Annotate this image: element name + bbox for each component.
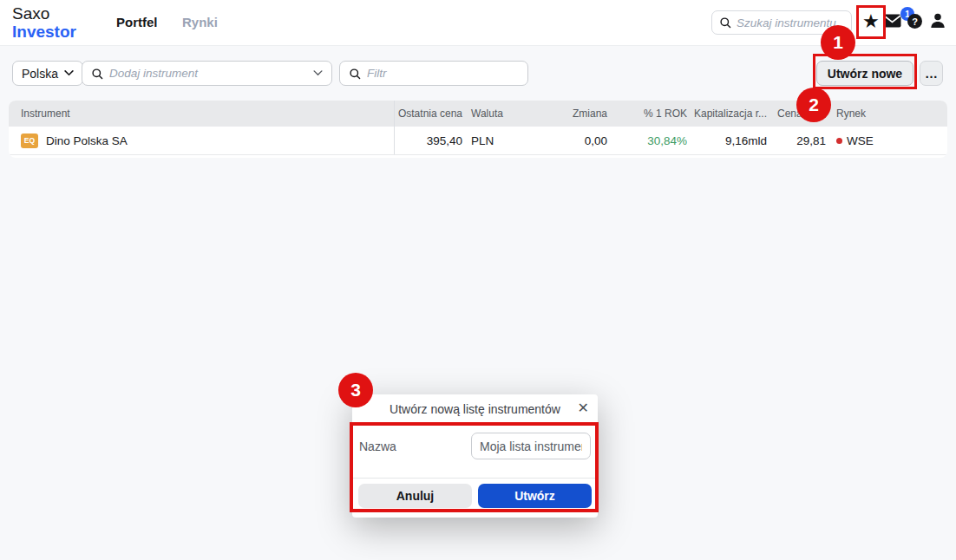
- list-name-input[interactable]: [471, 433, 591, 459]
- person-icon: [930, 12, 946, 29]
- chevron-down-icon: [64, 70, 74, 76]
- messages-button[interactable]: 1: [883, 14, 909, 35]
- market-cell: WSE: [826, 134, 947, 147]
- column-header-market-cap[interactable]: Kapitalizacja r...: [687, 107, 767, 120]
- name-field-label: Nazwa: [359, 440, 396, 453]
- column-header-last-price[interactable]: Ostatnia cena: [395, 107, 462, 120]
- price-earnings-cell: 29,81: [767, 134, 826, 147]
- logo-line-saxo: Saxo: [12, 4, 76, 23]
- account-button[interactable]: [930, 12, 946, 29]
- last-price-cell: 395,40: [395, 134, 462, 147]
- help-button[interactable]: ?: [907, 14, 922, 29]
- create-button[interactable]: Utwórz: [478, 484, 592, 508]
- table-header-row: Instrument Ostatnia cena Waluta Zmiana %…: [9, 101, 947, 127]
- filter-box[interactable]: [339, 61, 528, 86]
- nav-tab-rynki[interactable]: Rynki: [182, 15, 218, 29]
- column-header-currency[interactable]: Waluta: [462, 107, 525, 120]
- search-icon: [719, 16, 731, 29]
- column-header-change[interactable]: Zmiana: [525, 107, 607, 120]
- close-icon: ✕: [578, 400, 589, 415]
- star-icon: ★: [862, 10, 880, 32]
- region-selector-dropdown[interactable]: Polska: [12, 61, 83, 86]
- nav-tab-portfel[interactable]: Portfel: [116, 15, 158, 29]
- watchlist-table: Instrument Ostatnia cena Waluta Zmiana %…: [9, 101, 947, 158]
- instrument-cell[interactable]: EQ Dino Polska SA: [9, 127, 395, 154]
- filter-input[interactable]: [367, 67, 519, 80]
- change-cell: 0,00: [525, 134, 607, 147]
- watchlist-star-button[interactable]: ★: [862, 10, 880, 33]
- create-list-dialog: Utwórz nową listę instrumentów ✕ Nazwa A…: [352, 394, 598, 518]
- pct-1-year-cell: 30,84%: [607, 134, 687, 147]
- currency-cell: PLN: [462, 134, 525, 147]
- column-header-instrument[interactable]: Instrument: [9, 101, 395, 127]
- dialog-title: Utwórz nową listę instrumentów: [390, 402, 560, 416]
- cancel-button[interactable]: Anuluj: [358, 484, 472, 508]
- search-icon: [349, 68, 361, 80]
- market-code: WSE: [847, 134, 874, 147]
- region-selector-label: Polska: [22, 67, 58, 81]
- column-header-pct-1-year[interactable]: % 1 ROK: [607, 107, 687, 120]
- column-header-price-earnings[interactable]: Cena/zysk: [767, 107, 826, 120]
- dialog-title-bar: Utwórz nową listę instrumentów ✕: [352, 394, 598, 423]
- market-status-dot: [836, 138, 842, 144]
- add-instrument-combobox[interactable]: [82, 61, 332, 86]
- dialog-footer: Anuluj Utwórz: [352, 478, 598, 518]
- create-new-list-button[interactable]: Utwórz nowe: [816, 61, 913, 86]
- equity-type-badge: EQ: [21, 133, 38, 148]
- dialog-body: Nazwa: [352, 423, 598, 478]
- top-header: Saxo Investor Portfel Rynki ★ 1 ?: [0, 0, 956, 46]
- chevron-down-icon: [313, 70, 323, 76]
- logo-line-investor: Investor: [12, 23, 76, 41]
- instrument-search-box[interactable]: [711, 10, 852, 35]
- saxo-investor-logo[interactable]: Saxo Investor: [12, 4, 76, 41]
- close-button[interactable]: ✕: [578, 400, 589, 416]
- search-input[interactable]: [737, 16, 844, 29]
- ellipsis-icon: …: [925, 69, 938, 78]
- table-row[interactable]: EQ Dino Polska SA 395,40 PLN 0,00 30,84%…: [9, 127, 947, 155]
- question-mark-icon: ?: [912, 16, 918, 27]
- market-cap-cell: 9,16mld: [687, 134, 767, 147]
- column-header-market[interactable]: Rynek: [826, 107, 947, 120]
- add-instrument-input[interactable]: [109, 67, 307, 80]
- search-icon: [91, 68, 103, 80]
- instrument-name: Dino Polska SA: [46, 134, 128, 147]
- more-options-button[interactable]: …: [920, 61, 943, 86]
